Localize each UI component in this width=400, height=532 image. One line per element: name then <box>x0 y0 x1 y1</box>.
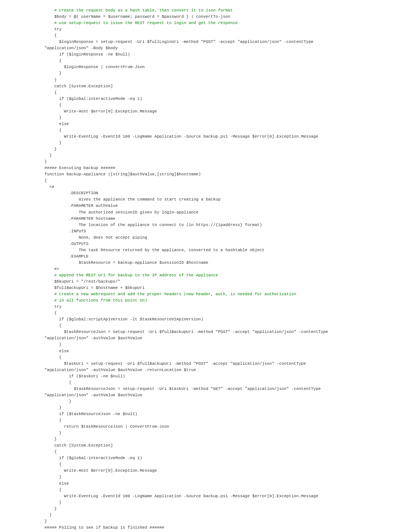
code-line: $taskResourceJson = setup-request -Uri $… <box>44 329 378 335</box>
code-line: The task Resource returned by the applia… <box>44 247 378 253</box>
code-line: ##### Polling to see if backup is finish… <box>44 525 378 531</box>
code-line: return $taskResourceJson | ConvertFrom-J… <box>44 424 378 430</box>
code-line: } <box>44 430 378 436</box>
code-line: if ($global:interactiveMode -eq 1) <box>44 96 378 102</box>
code-line: } <box>44 146 378 152</box>
code-line: else <box>44 481 378 487</box>
code-line: } <box>44 159 378 165</box>
code-line: } <box>44 70 378 77</box>
code-line: # create a new webrequest and add the pr… <box>44 291 378 297</box>
code-line: else <box>44 121 378 127</box>
code-line: The authorized sessionID given by login-… <box>44 209 378 216</box>
code-line: $fullBackupUri = $hostname + $bkupUri <box>44 285 378 291</box>
code-line: } <box>44 499 378 506</box>
code-line: { <box>44 417 378 424</box>
page: # create the request body as a hash tabl… <box>0 0 400 532</box>
code-line: .OUTPUTS <box>44 241 378 247</box>
code-line: # create the request body as a hash tabl… <box>44 7 378 14</box>
code-line: catch [System.Exception] <box>44 83 378 90</box>
code-line: } <box>44 140 378 146</box>
code-line: $taskResource = backup-Appliance $sessio… <box>44 260 378 266</box>
code-line: } <box>44 474 378 480</box>
code-line: $loginResponse = setup-request -Uri $ful… <box>44 39 378 45</box>
code-line: { <box>44 178 378 184</box>
code-line: { <box>44 487 378 493</box>
code-line: ##### Executing backup ###### <box>44 165 378 171</box>
code-line: function backup-Appliance ([string]$auth… <box>44 171 378 178</box>
code-line: Write-EventLog -EventId 100 -LogName App… <box>44 134 378 140</box>
code-line: "application/json" -Body $body <box>44 45 378 51</box>
code-line: #> <box>44 266 378 272</box>
code-line: .EXAMPLE <box>44 253 378 260</box>
code-line: } <box>44 341 378 348</box>
code-line: } <box>44 152 378 159</box>
code-block: # create the request body as a hash tabl… <box>0 7 400 531</box>
code-line: The location of the appliance to connect… <box>44 222 378 228</box>
code-line: { <box>44 354 378 361</box>
code-line: { <box>44 102 378 108</box>
code-line: if ($loginResponse -ne $null) <box>44 51 378 58</box>
code-line: "application/json" -authValue $authValue <box>44 335 378 341</box>
code-line: .INPUTS <box>44 228 378 235</box>
code-line: { <box>44 33 378 39</box>
code-line: if ($taskUri -ne $null) <box>44 373 378 380</box>
code-line: .DESCRIPTION <box>44 190 378 196</box>
code-line: <# <box>44 184 378 190</box>
code-line: { <box>44 58 378 64</box>
code-line: { <box>44 90 378 96</box>
code-line: { <box>44 323 378 329</box>
code-line: } <box>44 506 378 512</box>
code-line: if ($global:scriptApiVersion -lt $taskRe… <box>44 316 378 323</box>
code-line: else <box>44 348 378 354</box>
code-line: } <box>44 115 378 121</box>
code-line: } <box>44 518 378 525</box>
code-line: $loginResponse | convertFrom-Json <box>44 64 378 70</box>
code-line: # use setup-request to issue the REST re… <box>44 20 378 26</box>
code-line: } <box>44 405 378 411</box>
code-line: .PARAMETER hostname <box>44 216 378 222</box>
code-line: .PARAMETER authValue <box>44 203 378 209</box>
code-line: "application/json" -authValue $authValue <box>44 392 378 398</box>
code-line: "application/json" -authValue $authValue… <box>44 367 378 373</box>
code-line: { <box>44 461 378 468</box>
code-line: $taskUri = setup-request -Uri $fullBacku… <box>44 361 378 367</box>
code-line: try <box>44 26 378 33</box>
code-line: } <box>44 436 378 442</box>
code-line: } <box>44 77 378 83</box>
code-line: } <box>44 398 378 405</box>
code-line: Write-EventLog -EventId 100 -LogName App… <box>44 493 378 499</box>
code-line: { <box>44 127 378 134</box>
code-line: if ($global:interactiveMode -eq 1) <box>44 455 378 461</box>
code-line: Write-Host $error[0].Exception.Message <box>44 108 378 115</box>
code-line: catch [System.Exception] <box>44 442 378 449</box>
code-line: Write-Host $error[0].Exception.Message <box>44 468 378 474</box>
code-line: if ($taskResourceJson -ne $null) <box>44 411 378 417</box>
code-line: try <box>44 304 378 310</box>
code-line: { <box>44 449 378 455</box>
code-line: { <box>44 310 378 316</box>
code-line: } <box>44 512 378 518</box>
code-line: None, does not accept piping <box>44 235 378 241</box>
code-line: # in all functions from this point on) <box>44 297 378 304</box>
code-line: $bkupUri = "/rest/backups/" <box>44 279 378 285</box>
code-line: # append the REST Uri for backup to the … <box>44 272 378 279</box>
code-line: Gives the appliance the command to start… <box>44 196 378 203</box>
code-line: $taskResourceJson = setup-request -Uri $… <box>44 386 378 392</box>
code-line: { <box>44 380 378 386</box>
code-line: $body = @{ userName = $username; passwor… <box>44 14 378 20</box>
